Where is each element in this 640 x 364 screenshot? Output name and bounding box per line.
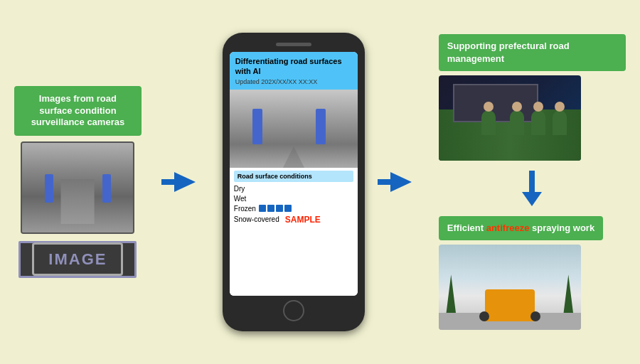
phone-speaker (276, 43, 311, 46)
antifreeze-before: Efficient (447, 223, 486, 233)
condition-dry: Dry (234, 185, 353, 193)
condition-snow: Snow-covered SAMPLE (234, 215, 353, 225)
phone-header: Differentiating road surfaces with AI Up… (230, 52, 358, 90)
sample-label: SAMPLE (285, 215, 321, 225)
truck-scene-image (439, 245, 581, 330)
left-section: Images from road surface condition surve… (14, 86, 142, 279)
conditions-header: Road surface conditions (234, 171, 353, 182)
antifreeze-word: antifreeze (486, 223, 530, 233)
image-label: IMAGE (32, 242, 123, 276)
arrow-phone-to-right (378, 172, 426, 192)
phone-road-sign1 (252, 109, 262, 144)
phone-screen: Differentiating road surfaces with AI Up… (230, 52, 358, 296)
person-1 (481, 110, 496, 135)
antifreeze-after: spraying work (529, 223, 594, 233)
down-arrow-line (529, 171, 535, 192)
right-section: Supporting prefectural road management E… (439, 34, 626, 331)
phone-conditions: Road surface conditions Dry Wet Frozen (230, 168, 358, 296)
phone-title: Differentiating road surfaces with AI (235, 56, 352, 77)
road-surveillance-image (21, 141, 134, 234)
frozen-indicators (259, 205, 292, 212)
condition-frozen: Frozen (234, 205, 353, 213)
phone-updated: Updated 202X/XX/XX XX:XX (235, 78, 352, 85)
right-top: Supporting prefectural road management (439, 34, 626, 161)
trees-right (563, 274, 574, 317)
truck-body (485, 289, 535, 321)
phone-road-sign2 (316, 109, 326, 144)
frozen-dot-2 (267, 205, 274, 212)
road-sign-left (45, 174, 53, 203)
main-container: Images from road surface condition surve… (0, 0, 640, 364)
road-image-inner (22, 143, 133, 232)
vertical-arrow (439, 171, 626, 206)
image-placeholder: IMAGE (18, 241, 137, 278)
trees-left (446, 274, 457, 317)
right-bottom: Efficient antifreeze spraying work (439, 216, 626, 330)
frozen-dot-1 (259, 205, 266, 212)
phone-road-image (230, 90, 358, 168)
frozen-dot-4 (284, 205, 292, 212)
down-arrow-head (522, 192, 542, 206)
person-3 (531, 110, 545, 135)
antifreeze-label: Efficient antifreeze spraying work (439, 216, 603, 240)
truck-scene (439, 245, 581, 330)
road-sign-right (102, 174, 111, 203)
arrow-left-to-phone (161, 172, 210, 192)
arrow-head-2 (390, 172, 426, 192)
phone-home-button (283, 300, 304, 321)
phone: Differentiating road surfaces with AI Up… (223, 33, 365, 331)
prefect-label: Supporting prefectural road management (439, 34, 626, 71)
meeting-scene-image (439, 75, 581, 161)
person-2 (510, 110, 524, 135)
frozen-dot-3 (276, 205, 283, 212)
arrow-head (174, 172, 210, 192)
condition-wet: Wet (234, 195, 353, 203)
meeting-scene (439, 75, 581, 161)
camera-label: Images from road surface condition surve… (14, 86, 142, 136)
phone-container: Differentiating road surfaces with AI Up… (223, 33, 365, 331)
screen-display (453, 84, 538, 122)
person-4 (553, 110, 567, 135)
